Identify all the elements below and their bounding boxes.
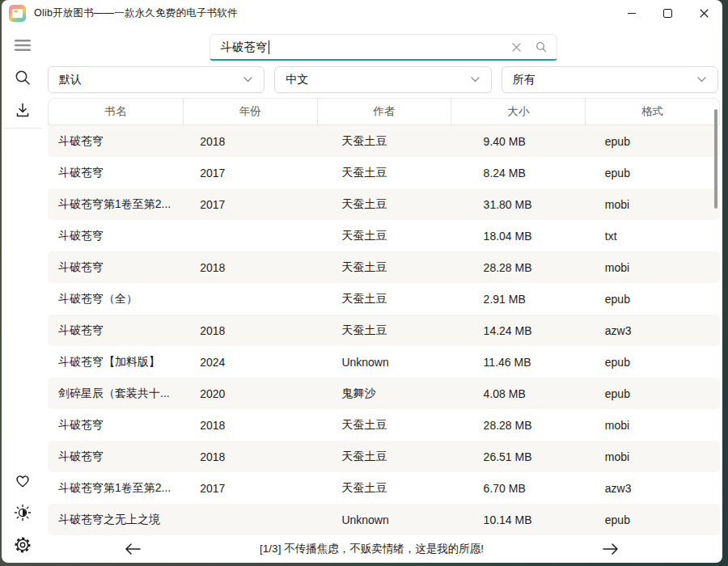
chevron-down-icon <box>243 77 252 82</box>
cell-format: mobi <box>586 198 720 211</box>
menu-button[interactable] <box>8 31 37 60</box>
language-dropdown-value: 中文 <box>286 73 308 87</box>
cell-name: 斗破苍穹 <box>48 418 182 433</box>
cell-author: Unknown <box>316 356 451 369</box>
header-format: 格式 <box>585 99 719 125</box>
cell-name: 斗破苍穹第1卷至第2... <box>48 481 182 496</box>
header-year: 年份 <box>183 99 317 125</box>
theme-toggle-button[interactable] <box>8 498 37 527</box>
format-dropdown-value: 所有 <box>513 73 535 87</box>
cell-name: 斗破苍穹 <box>48 229 182 243</box>
table-row[interactable]: 斗破苍穹（全） 天蚕土豆 2.91 MB epub <box>48 283 720 315</box>
table-row[interactable]: 斗破苍穹 2018 天蚕土豆 28.28 MB mobi <box>48 409 720 441</box>
cell-size: 4.08 MB <box>451 387 586 400</box>
cell-year: 2018 <box>182 419 316 432</box>
maximize-icon <box>663 9 672 18</box>
cell-size: 8.24 MB <box>451 167 586 180</box>
cell-format: epub <box>586 135 720 148</box>
sidebar-divider <box>3 128 42 129</box>
table-body: 斗破苍穹 2018 天蚕土豆 9.40 MB epub 斗破苍穹 2017 天蚕… <box>48 125 720 535</box>
cell-name: 斗破苍穹第1卷至第2... <box>48 197 182 212</box>
format-dropdown[interactable]: 所有 <box>502 66 718 93</box>
next-page-button[interactable] <box>595 538 627 560</box>
header-name: 书名 <box>49 99 183 125</box>
table-row[interactable]: 剑碎星辰（套装共十... 2020 鬼舞沙 4.08 MB epub <box>48 378 720 409</box>
cell-format: mobi <box>586 261 720 274</box>
cell-name: 斗破苍穹 <box>48 260 182 275</box>
cell-size: 10.14 MB <box>451 513 586 526</box>
cell-year: 2017 <box>182 167 316 180</box>
table-row[interactable]: 斗破苍穹 2018 天蚕土豆 9.40 MB epub <box>48 125 720 157</box>
table-header: 书名 年份 作者 大小 格式 <box>48 98 720 125</box>
table-row[interactable]: 斗破苍穹 2017 天蚕土豆 8.24 MB epub <box>48 157 720 188</box>
vertical-scrollbar[interactable] <box>714 109 717 209</box>
sort-dropdown-value: 默认 <box>59 73 82 87</box>
table-row[interactable]: 斗破苍穹 天蚕土豆 18.04 MB txt <box>48 220 720 251</box>
cell-author: Unknown <box>316 513 451 526</box>
pagination-status: [1/3] 不传播焦虑，不贩卖情绪，这是我的所愿! <box>149 542 595 556</box>
results-table: 书名 年份 作者 大小 格式 斗破苍穹 2018 天蚕土豆 9.40 MB ep… <box>48 98 720 535</box>
header-author: 作者 <box>317 99 451 125</box>
cell-format: mobi <box>586 450 720 463</box>
cell-year: 2020 <box>182 387 316 400</box>
cell-name: 斗破苍穹【加料版】 <box>48 355 182 370</box>
language-dropdown[interactable]: 中文 <box>274 66 491 93</box>
titlebar: Olib开放图书——一款永久免费的电子书软件 <box>2 0 722 26</box>
cell-format: mobi <box>586 419 720 432</box>
submit-search-button[interactable] <box>529 36 553 58</box>
table-row[interactable]: 斗破苍穹 2018 天蚕土豆 26.51 MB mobi <box>48 441 720 472</box>
cell-size: 9.40 MB <box>451 135 586 148</box>
minimize-icon <box>628 13 636 14</box>
cell-year: 2018 <box>182 261 316 274</box>
cell-size: 2.91 MB <box>451 293 586 306</box>
table-row[interactable]: 斗破苍穹之无上之境 Unknown 10.14 MB epub <box>48 504 720 535</box>
cell-size: 28.28 MB <box>451 261 586 274</box>
cell-size: 14.24 MB <box>451 324 586 337</box>
prev-page-button[interactable] <box>116 538 149 560</box>
favorites-button[interactable] <box>8 466 37 495</box>
arrow-right-icon <box>602 543 620 555</box>
cell-format: epub <box>586 167 720 180</box>
cell-size: 18.04 MB <box>451 230 586 243</box>
sidebar-search-button[interactable] <box>8 63 37 92</box>
close-icon <box>512 43 521 52</box>
cell-format: epub <box>586 356 720 369</box>
cell-year: 2018 <box>182 135 316 148</box>
cell-name: 斗破苍穹 <box>48 323 182 338</box>
cell-format: azw3 <box>586 482 720 495</box>
cell-author: 天蚕土豆 <box>316 134 451 149</box>
settings-button[interactable] <box>8 530 37 560</box>
clear-search-button[interactable] <box>505 36 529 58</box>
close-button[interactable] <box>686 0 722 26</box>
maximize-button[interactable] <box>650 0 686 26</box>
downloads-button[interactable] <box>8 95 37 125</box>
cell-author: 天蚕土豆 <box>316 229 451 243</box>
app-window: Olib开放图书——一款永久免费的电子书软件 <box>2 0 722 563</box>
chevron-down-icon <box>697 77 706 82</box>
text-caret <box>269 40 269 54</box>
cell-author: 天蚕土豆 <box>316 323 451 338</box>
table-row[interactable]: 斗破苍穹第1卷至第2... 2017 天蚕土豆 31.80 MB mobi <box>48 188 720 220</box>
minimize-button[interactable] <box>613 0 650 26</box>
pagination-bar: [1/3] 不传播焦虑，不贩卖情绪，这是我的所愿! <box>44 535 722 563</box>
cell-author: 天蚕土豆 <box>316 418 451 433</box>
cell-format: azw3 <box>586 324 720 337</box>
app-logo-icon <box>9 5 26 22</box>
cell-name: 斗破苍穹 <box>48 450 182 464</box>
search-input[interactable]: 斗破苍穹 <box>210 34 557 61</box>
sort-dropdown[interactable]: 默认 <box>48 66 265 93</box>
table-row[interactable]: 斗破苍穹【加料版】 2024 Unknown 11.46 MB epub <box>48 346 720 378</box>
cell-year: 2017 <box>182 198 316 211</box>
cell-format: epub <box>586 387 720 400</box>
cell-year: 2018 <box>182 450 316 463</box>
cell-size: 26.51 MB <box>451 450 586 463</box>
table-row[interactable]: 斗破苍穹第1卷至第2... 2017 天蚕土豆 6.70 MB azw3 <box>48 472 720 504</box>
desktop: { "colors": { "accent": "#12a0a2", "shad… <box>0 0 728 566</box>
table-row[interactable]: 斗破苍穹 2018 天蚕土豆 14.24 MB azw3 <box>48 315 720 346</box>
header-size: 大小 <box>451 99 585 125</box>
cell-format: epub <box>586 293 720 306</box>
cell-author: 天蚕土豆 <box>316 292 451 306</box>
brightness-icon <box>14 504 32 522</box>
cell-author: 天蚕土豆 <box>316 166 451 180</box>
table-row[interactable]: 斗破苍穹 2018 天蚕土豆 28.28 MB mobi <box>48 251 720 283</box>
